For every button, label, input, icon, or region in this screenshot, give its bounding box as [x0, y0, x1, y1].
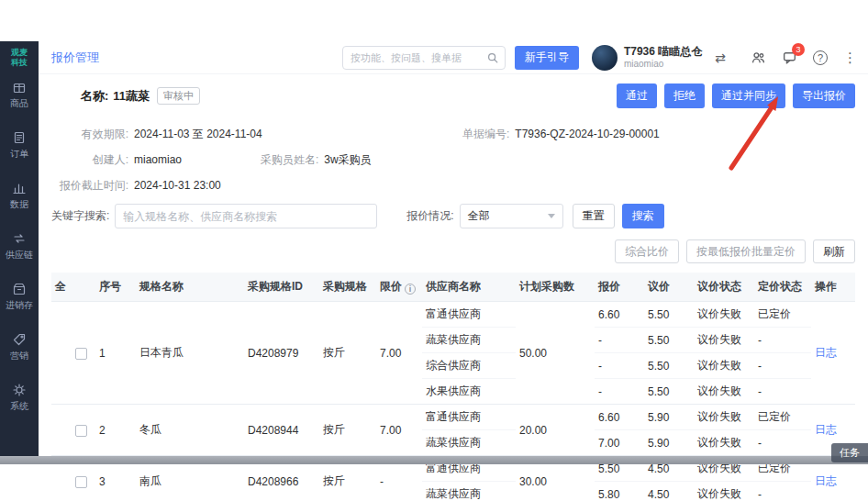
header-supplier: 供应商名称 — [422, 273, 516, 302]
log-link[interactable]: 日志 — [815, 423, 837, 436]
cell-nego: 5.50 — [644, 353, 694, 379]
table-row: 1 日本青瓜 D4208979 按斤 7.00 富通供应商 50.00 6.60… — [51, 302, 855, 328]
cell-limit: 7.00 — [376, 405, 422, 456]
status-badge: 审核中 — [157, 87, 200, 105]
header-price: 报价 — [595, 273, 644, 302]
cell-fix-status: - — [754, 353, 811, 379]
limit-info-icon[interactable]: i — [405, 284, 416, 295]
export-quote-button[interactable]: 导出报价 — [793, 84, 855, 108]
approve-sync-button[interactable]: 通过并同步 — [712, 84, 785, 108]
cell-nego: 5.90 — [644, 405, 694, 430]
cell-spec-id: D4208979 — [244, 302, 319, 405]
cell-nego-status: 议价失败 — [694, 430, 754, 456]
search-button[interactable]: 搜索 — [622, 204, 664, 228]
cell-nego: 5.50 — [644, 328, 694, 353]
chevron-down-icon — [548, 214, 555, 218]
sidebar-item-inventory[interactable]: 进销存 — [6, 282, 33, 312]
compare-button[interactable]: 综合比价 — [615, 239, 679, 263]
goods-icon — [12, 80, 27, 95]
quote-status-select[interactable]: 全部 — [460, 204, 563, 228]
log-link[interactable]: 日志 — [815, 474, 837, 487]
table-row: 2 冬瓜 D4208944 按斤 7.00 富通供应商 20.00 6.60 5… — [51, 405, 855, 430]
sidebar-item-system[interactable]: 系统 — [10, 383, 28, 413]
cell-unit: 按斤 — [319, 302, 376, 405]
quote-table: 全 序号 规格名称 采购规格ID 采购规格 限价i 供应商名称 计划采购数 报价… — [51, 273, 855, 501]
row-checkbox[interactable] — [75, 348, 87, 360]
more-menu-icon[interactable]: ⋮ — [843, 50, 857, 64]
valid-period: 2024-11-03 至 2024-11-04 — [134, 127, 262, 142]
approve-button[interactable]: 通过 — [617, 84, 657, 108]
task-floating-tag[interactable]: 任务 — [831, 443, 868, 462]
header-unit: 采购规格 — [319, 273, 376, 302]
field-label: 单据编号: — [462, 127, 509, 142]
sidebar-item-orders[interactable]: 订单 — [10, 130, 28, 161]
sidebar-item-data[interactable]: 数据 — [10, 181, 28, 211]
buyer-name: 3w采购员 — [324, 152, 371, 168]
cell-index: 1 — [95, 302, 136, 405]
cell-fix-status: 已定价 — [754, 405, 811, 430]
brand-logo: 观麦科技 — [9, 48, 29, 69]
switch-account-icon[interactable]: ⇄ — [715, 50, 726, 65]
sidebar-item-supply-chain[interactable]: 供应链 — [6, 231, 33, 262]
cell-plan-qty: 20.00 — [516, 405, 595, 456]
log-link[interactable]: 日志 — [815, 346, 837, 359]
cell-nego-status: 议价失败 — [694, 302, 754, 328]
reset-button[interactable]: 重置 — [573, 204, 615, 228]
doc-number: T7936-QZ-2024-10-29-00001 — [515, 128, 659, 140]
row-checkbox[interactable] — [75, 476, 87, 488]
inventory-icon — [12, 282, 27, 296]
row-checkbox[interactable] — [75, 425, 87, 437]
sidebar-item-label: 系统 — [10, 400, 28, 413]
field-label: 报价截止时间: — [51, 178, 128, 194]
cell-index: 2 — [95, 405, 136, 456]
breadcrumb[interactable]: 报价管理 — [51, 50, 99, 66]
reject-button[interactable]: 拒绝 — [664, 84, 705, 108]
messages-icon[interactable]: 3 — [782, 50, 797, 65]
quote-deadline: 2024-10-31 23:00 — [134, 179, 221, 192]
header-index: 序号 — [95, 273, 136, 302]
global-search-input[interactable] — [342, 46, 506, 70]
cell-supplier: 蔬菜供应商 — [422, 430, 516, 456]
list-actions: 综合比价 按最低报价批量定价 刷新 — [51, 239, 855, 263]
help-icon[interactable]: ? — [813, 50, 828, 65]
data-icon — [12, 181, 27, 195]
bottom-scrollbar[interactable] — [0, 456, 868, 464]
user-name: T7936 喵瞄总仓 — [624, 45, 702, 59]
content: 名称: 11蔬菜 审核中 通过 拒绝 通过并同步 导出报价 有效期限: 2024… — [39, 84, 868, 501]
header-plan-qty: 计划采购数 — [516, 273, 595, 302]
field-label: 有效期限: — [51, 127, 128, 142]
cell-nego-status: 议价失败 — [694, 353, 754, 379]
cell-supplier: 富通供应商 — [422, 405, 516, 430]
creator: miaomiao — [134, 153, 182, 166]
header-spec-id: 采购规格ID — [244, 273, 319, 302]
cell-limit: 7.00 — [376, 302, 422, 405]
global-search — [342, 46, 506, 70]
header-spec-name: 规格名称 — [136, 273, 244, 302]
orders-icon — [12, 130, 27, 145]
cell-supplier: 综合供应商 — [422, 353, 516, 379]
cell-price: - — [595, 353, 644, 379]
sidebar-item-marketing[interactable]: 营销 — [10, 332, 28, 362]
sidebar-item-label: 商品 — [10, 97, 28, 110]
cell-unit: 按斤 — [319, 405, 376, 456]
header-select-all: 全 — [51, 273, 72, 302]
keyword-search-input[interactable] — [115, 204, 377, 228]
user-menu[interactable]: T7936 喵瞄总仓 miaomiao — [592, 45, 702, 71]
field-label: 创建人: — [51, 152, 128, 168]
sidebar-item-goods[interactable]: 商品 — [10, 80, 28, 110]
cell-price: 7.00 — [595, 430, 644, 456]
refresh-button[interactable]: 刷新 — [813, 239, 855, 263]
cell-price: - — [595, 328, 644, 353]
guide-button[interactable]: 新手引导 — [515, 46, 579, 70]
header-limit: 限价i — [376, 273, 422, 302]
batch-lowest-price-button[interactable]: 按最低报价批量定价 — [686, 239, 806, 263]
cell-spec-name: 冬瓜 — [136, 405, 244, 456]
header-op: 操作 — [811, 273, 855, 302]
quote-status-label: 报价情况: — [406, 208, 453, 224]
sidebar: 观麦科技 商品 订单 数据 供应链 进销存 营销 系统 — [0, 41, 39, 456]
cell-fix-status: - — [754, 328, 811, 353]
contacts-icon[interactable] — [751, 50, 766, 65]
cell-spec-id: D4208944 — [244, 405, 319, 456]
supply-chain-icon — [12, 231, 27, 246]
sidebar-item-label: 供应链 — [6, 249, 33, 262]
